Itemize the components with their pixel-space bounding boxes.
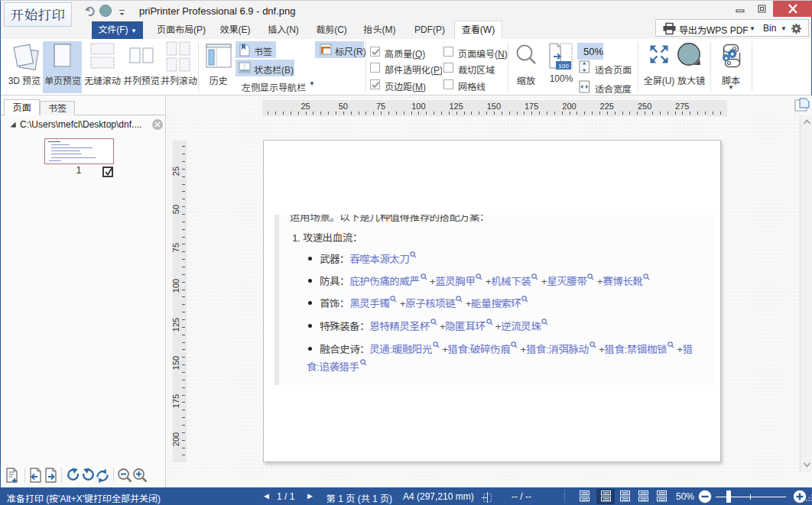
svg-text:100: 100 [558, 63, 569, 70]
